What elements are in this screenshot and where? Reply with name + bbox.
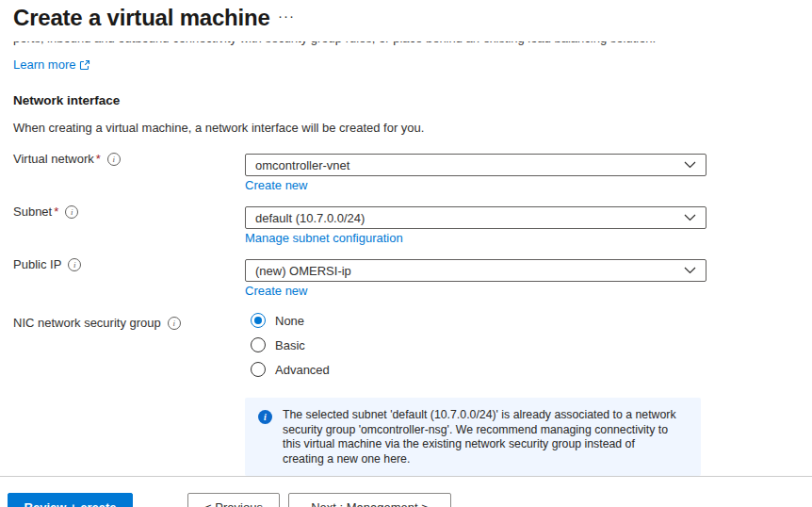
manage-subnet-configuration-link[interactable]: Manage subnet configuration xyxy=(245,231,403,245)
subnet-value: default (10.7.0.0/24) xyxy=(255,211,365,225)
radio-option-none[interactable]: None xyxy=(251,313,304,328)
info-tooltip-icon[interactable]: i xyxy=(68,258,81,271)
previous-button[interactable]: < Previous xyxy=(187,493,280,507)
required-asterisk: * xyxy=(96,152,101,166)
chevron-down-icon xyxy=(684,267,696,274)
create-new-vnet-link[interactable]: Create new xyxy=(245,178,307,192)
virtual-network-label: Virtual network* i xyxy=(13,152,121,166)
section-heading-network-interface: Network interface xyxy=(13,93,120,107)
create-vm-page: Create a virtual machine ··· ports, inbo… xyxy=(0,0,812,507)
review-create-button[interactable]: Review + create xyxy=(8,493,133,507)
scroll-clipped-paragraph: ports, inbound and outbound connectivity… xyxy=(13,41,710,49)
radio-button-icon[interactable] xyxy=(251,362,266,377)
info-tooltip-icon[interactable]: i xyxy=(65,205,78,219)
next-management-button[interactable]: Next : Management > xyxy=(288,493,451,507)
subnet-nsg-info-box: i The selected subnet 'default (10.7.0.0… xyxy=(245,398,701,476)
page-title: Create a virtual machine xyxy=(13,5,270,31)
footer-divider xyxy=(0,476,812,477)
create-new-public-ip-link[interactable]: Create new xyxy=(245,284,307,298)
info-tooltip-icon[interactable]: i xyxy=(107,153,121,166)
required-asterisk: * xyxy=(54,204,58,219)
radio-option-basic[interactable]: Basic xyxy=(251,337,305,352)
radio-button-selected-icon[interactable] xyxy=(251,313,266,328)
radio-button-icon[interactable] xyxy=(251,337,266,352)
info-icon: i xyxy=(258,410,272,424)
chevron-down-icon xyxy=(684,161,696,169)
nic-nsg-label: NIC network security group i xyxy=(13,316,181,330)
public-ip-select[interactable]: (new) OMERSI-ip xyxy=(245,259,706,282)
subnet-select[interactable]: default (10.7.0.0/24) xyxy=(245,206,706,229)
radio-label: Advanced xyxy=(275,363,330,377)
radio-option-advanced[interactable]: Advanced xyxy=(251,362,330,377)
radio-label: Basic xyxy=(275,338,305,352)
info-tooltip-icon[interactable]: i xyxy=(168,317,181,330)
more-options-icon[interactable]: ··· xyxy=(278,8,295,24)
learn-more-label: Learn more xyxy=(13,57,75,72)
section-description: When creating a virtual machine, a netwo… xyxy=(13,121,424,135)
chevron-down-icon xyxy=(684,214,696,221)
public-ip-value: (new) OMERSI-ip xyxy=(255,264,351,278)
learn-more-link[interactable]: Learn more xyxy=(13,57,90,72)
clipped-paragraph-text: ports, inbound and outbound connectivity… xyxy=(13,41,710,47)
virtual-network-select[interactable]: omcontroller-vnet xyxy=(245,154,706,176)
virtual-network-value: omcontroller-vnet xyxy=(255,158,349,172)
external-link-icon xyxy=(79,59,90,71)
info-box-text: The selected subnet 'default (10.7.0.0/2… xyxy=(283,408,678,466)
radio-label: None xyxy=(275,314,304,328)
subnet-label: Subnet* i xyxy=(13,204,78,219)
public-ip-label: Public IP i xyxy=(13,257,81,271)
